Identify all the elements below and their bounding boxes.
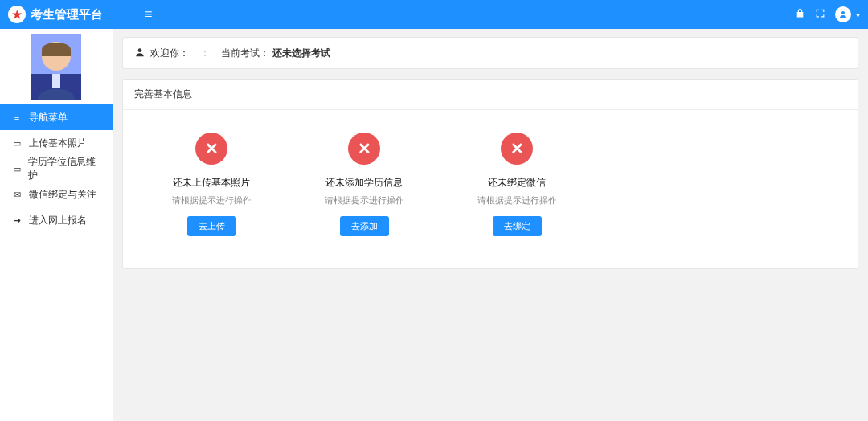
current-exam-value: 还未选择考试 (272, 47, 330, 59)
user-menu-avatar-icon[interactable] (835, 6, 851, 22)
arrow-right-icon: ➜ (11, 215, 23, 226)
sidebar-item-upload-photo[interactable]: ▭ 上传基本照片 (0, 130, 113, 156)
task-card-add-education: ✕ 还未添加学历信息 请根据提示进行操作 去添加 (300, 133, 428, 236)
sidebar-menu-header[interactable]: ≡ 导航菜单 (0, 104, 113, 130)
sidebar: ≡ 导航菜单 ▭ 上传基本照片 ▭ 学历学位信息维护 ✉ 微信绑定与关注 ➜ 进… (0, 29, 113, 421)
sidebar-item-label: 微信绑定与关注 (29, 188, 96, 202)
edu-icon: ▭ (11, 164, 22, 174)
task-title: 还未上传基本照片 (147, 176, 276, 190)
task-hint: 请根据提示进行操作 (147, 194, 276, 206)
sidebar-menu: ≡ 导航菜单 ▭ 上传基本照片 ▭ 学历学位信息维护 ✉ 微信绑定与关注 ➜ 进… (0, 104, 113, 233)
brand: ★ 考生管理平台 (8, 6, 137, 23)
task-cards: ✕ 还未上传基本照片 请根据提示进行操作 去上传 ✕ 还未添加学历信息 请根据提… (123, 110, 858, 268)
lock-icon[interactable] (795, 8, 805, 21)
sidebar-item-wechat[interactable]: ✉ 微信绑定与关注 (0, 182, 113, 207)
fullscreen-icon[interactable] (815, 8, 825, 21)
sidebar-item-label: 进入网上报名 (29, 214, 87, 227)
user-menu-caret-icon[interactable]: ▾ (856, 10, 860, 19)
welcome-sep: ： (200, 47, 210, 60)
sidebar-avatar-block (0, 29, 113, 104)
brand-title: 考生管理平台 (31, 7, 103, 22)
x-icon: ✕ (195, 133, 227, 165)
user-avatar-icon (31, 34, 81, 100)
task-title: 还未添加学历信息 (300, 176, 428, 190)
current-exam: 当前考试：还未选择考试 (221, 47, 330, 60)
panel-title: 完善基本信息 (123, 80, 858, 110)
wechat-icon: ✉ (11, 190, 23, 200)
user-icon (134, 47, 145, 60)
x-icon: ✕ (348, 133, 380, 165)
svg-point-5 (138, 48, 142, 52)
go-bind-button[interactable]: 去绑定 (493, 216, 542, 236)
current-exam-label: 当前考试： (221, 47, 269, 59)
main: 欢迎你： ： 当前考试：还未选择考试 完善基本信息 ✕ 还未上传基本照片 请根据… (113, 29, 868, 421)
sidebar-item-label: 学历学位信息维护 (28, 155, 101, 182)
sidebar-item-education[interactable]: ▭ 学历学位信息维护 (0, 156, 113, 182)
svg-point-0 (841, 11, 845, 14)
svg-rect-4 (52, 74, 60, 88)
task-hint: 请根据提示进行操作 (300, 194, 428, 206)
go-upload-button[interactable]: 去上传 (187, 216, 236, 236)
hamburger-icon[interactable]: ≡ (145, 7, 152, 22)
task-card-bind-wechat: ✕ 还未绑定微信 请根据提示进行操作 去绑定 (452, 133, 581, 236)
photo-icon: ▭ (11, 138, 23, 149)
go-add-button[interactable]: 去添加 (340, 216, 389, 236)
menu-header-icon: ≡ (11, 112, 23, 122)
welcome-bar: 欢迎你： ： 当前考试：还未选择考试 (122, 37, 858, 69)
sidebar-item-label: 上传基本照片 (29, 137, 87, 150)
task-hint: 请根据提示进行操作 (452, 194, 581, 206)
info-panel: 完善基本信息 ✕ 还未上传基本照片 请根据提示进行操作 去上传 ✕ 还未添加学历… (122, 79, 858, 269)
task-card-upload-photo: ✕ 还未上传基本照片 请根据提示进行操作 去上传 (147, 133, 276, 236)
x-icon: ✕ (501, 133, 533, 165)
sidebar-menu-header-label: 导航菜单 (29, 111, 68, 125)
topbar: ★ 考生管理平台 ≡ ▾ (0, 0, 868, 29)
sidebar-item-enroll[interactable]: ➜ 进入网上报名 (0, 207, 113, 233)
topbar-right: ▾ (795, 6, 860, 22)
brand-logo-icon: ★ (8, 6, 26, 23)
welcome-greet: 欢迎你： (150, 47, 189, 60)
task-title: 还未绑定微信 (452, 176, 581, 190)
